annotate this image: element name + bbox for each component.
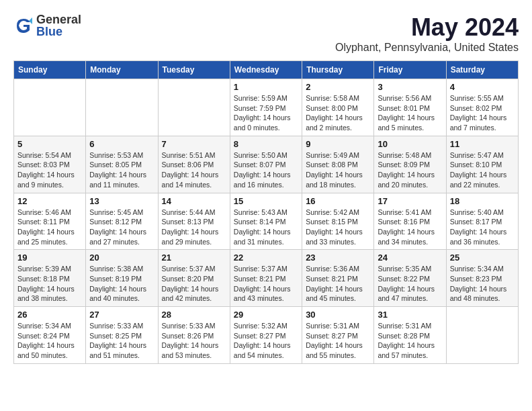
calendar-cell: 16Sunrise: 5:42 AM Sunset: 8:15 PM Dayli… [302,193,374,250]
day-info: Sunrise: 5:31 AM Sunset: 8:28 PM Dayligh… [378,321,442,361]
calendar-cell: 1Sunrise: 5:59 AM Sunset: 7:59 PM Daylig… [230,79,302,136]
day-number: 6 [89,139,154,149]
day-info: Sunrise: 5:40 AM Sunset: 8:17 PM Dayligh… [450,208,515,247]
day-number: 31 [378,310,442,320]
calendar-cell: 18Sunrise: 5:40 AM Sunset: 8:17 PM Dayli… [446,193,518,250]
calendar-cell [14,79,86,136]
calendar-header-row: SundayMondayTuesdayWednesdayThursdayFrid… [14,61,519,79]
day-info: Sunrise: 5:43 AM Sunset: 8:14 PM Dayligh… [234,208,298,247]
calendar-week-3: 12Sunrise: 5:46 AM Sunset: 8:11 PM Dayli… [14,193,519,250]
calendar-cell: 14Sunrise: 5:44 AM Sunset: 8:13 PM Dayli… [158,193,230,250]
day-info: Sunrise: 5:33 AM Sunset: 8:26 PM Dayligh… [162,321,226,361]
calendar-cell: 15Sunrise: 5:43 AM Sunset: 8:14 PM Dayli… [230,193,302,250]
day-info: Sunrise: 5:35 AM Sunset: 8:22 PM Dayligh… [378,264,442,304]
day-info: Sunrise: 5:59 AM Sunset: 7:59 PM Dayligh… [234,93,298,133]
day-number: 1 [234,82,298,92]
header-saturday: Saturday [446,61,518,79]
day-info: Sunrise: 5:38 AM Sunset: 8:19 PM Dayligh… [89,264,154,304]
day-number: 17 [378,196,442,206]
day-number: 15 [234,196,298,206]
day-number: 30 [306,310,370,320]
day-info: Sunrise: 5:37 AM Sunset: 8:21 PM Dayligh… [234,264,298,304]
calendar-cell: 7Sunrise: 5:51 AM Sunset: 8:06 PM Daylig… [158,136,230,193]
day-info: Sunrise: 5:39 AM Sunset: 8:18 PM Dayligh… [17,264,82,304]
day-number: 4 [450,82,515,92]
day-number: 27 [89,310,154,320]
day-info: Sunrise: 5:45 AM Sunset: 8:12 PM Dayligh… [89,208,154,247]
day-info: Sunrise: 5:54 AM Sunset: 8:03 PM Dayligh… [17,150,82,190]
calendar-cell [86,79,158,136]
day-number: 18 [450,196,515,206]
day-number: 9 [306,139,370,149]
day-info: Sunrise: 5:56 AM Sunset: 8:01 PM Dayligh… [378,93,442,133]
day-info: Sunrise: 5:47 AM Sunset: 8:10 PM Dayligh… [450,150,515,190]
day-info: Sunrise: 5:34 AM Sunset: 8:24 PM Dayligh… [17,321,82,361]
calendar-cell: 30Sunrise: 5:31 AM Sunset: 8:27 PM Dayli… [302,307,374,364]
day-info: Sunrise: 5:41 AM Sunset: 8:16 PM Dayligh… [378,208,442,247]
day-info: Sunrise: 5:34 AM Sunset: 8:23 PM Dayligh… [450,264,515,304]
day-info: Sunrise: 5:31 AM Sunset: 8:27 PM Dayligh… [306,321,370,361]
calendar-cell: 24Sunrise: 5:35 AM Sunset: 8:22 PM Dayli… [374,250,446,307]
day-number: 13 [89,196,154,206]
calendar-cell: 19Sunrise: 5:39 AM Sunset: 8:18 PM Dayli… [14,250,86,307]
calendar-cell: 28Sunrise: 5:33 AM Sunset: 8:26 PM Dayli… [158,307,230,364]
month-title: May 2024 [335,13,519,42]
calendar-week-4: 19Sunrise: 5:39 AM Sunset: 8:18 PM Dayli… [14,250,519,307]
calendar-cell: 11Sunrise: 5:47 AM Sunset: 8:10 PM Dayli… [446,136,518,193]
header-wednesday: Wednesday [230,61,302,79]
day-number: 25 [450,253,515,263]
calendar-cell: 26Sunrise: 5:34 AM Sunset: 8:24 PM Dayli… [14,307,86,364]
calendar-table: SundayMondayTuesdayWednesdayThursdayFrid… [13,60,519,364]
day-info: Sunrise: 5:37 AM Sunset: 8:20 PM Dayligh… [162,264,226,304]
day-number: 10 [378,139,442,149]
calendar-cell [158,79,230,136]
day-number: 24 [378,253,442,263]
day-number: 5 [17,139,82,149]
calendar-cell: 2Sunrise: 5:58 AM Sunset: 8:00 PM Daylig… [302,79,374,136]
day-number: 16 [306,196,370,206]
day-number: 23 [306,253,370,263]
day-number: 21 [162,253,226,263]
day-number: 14 [162,196,226,206]
day-info: Sunrise: 5:49 AM Sunset: 8:08 PM Dayligh… [306,150,370,190]
day-number: 12 [17,196,82,206]
day-number: 20 [89,253,154,263]
calendar-cell: 8Sunrise: 5:50 AM Sunset: 8:07 PM Daylig… [230,136,302,193]
calendar-cell: 12Sunrise: 5:46 AM Sunset: 8:11 PM Dayli… [14,193,86,250]
calendar-cell: 21Sunrise: 5:37 AM Sunset: 8:20 PM Dayli… [158,250,230,307]
page-header: General Blue May 2024 Olyphant, Pennsylv… [13,13,519,54]
logo-general-label: General [36,13,81,26]
day-info: Sunrise: 5:51 AM Sunset: 8:06 PM Dayligh… [162,150,226,190]
calendar-cell: 29Sunrise: 5:32 AM Sunset: 8:27 PM Dayli… [230,307,302,364]
logo: General Blue [13,13,81,38]
calendar-cell: 3Sunrise: 5:56 AM Sunset: 8:01 PM Daylig… [374,79,446,136]
calendar-week-1: 1Sunrise: 5:59 AM Sunset: 7:59 PM Daylig… [14,79,519,136]
day-info: Sunrise: 5:33 AM Sunset: 8:25 PM Dayligh… [89,321,154,361]
day-number: 28 [162,310,226,320]
calendar-cell: 31Sunrise: 5:31 AM Sunset: 8:28 PM Dayli… [374,307,446,364]
logo-blue-label: Blue [36,26,81,38]
calendar-cell: 27Sunrise: 5:33 AM Sunset: 8:25 PM Dayli… [86,307,158,364]
logo-text: General Blue [36,13,81,38]
calendar-cell: 20Sunrise: 5:38 AM Sunset: 8:19 PM Dayli… [86,250,158,307]
day-number: 7 [162,139,226,149]
calendar-week-5: 26Sunrise: 5:34 AM Sunset: 8:24 PM Dayli… [14,307,519,364]
day-number: 22 [234,253,298,263]
calendar-cell: 17Sunrise: 5:41 AM Sunset: 8:16 PM Dayli… [374,193,446,250]
day-info: Sunrise: 5:53 AM Sunset: 8:05 PM Dayligh… [89,150,154,190]
calendar-cell: 5Sunrise: 5:54 AM Sunset: 8:03 PM Daylig… [14,136,86,193]
day-number: 11 [450,139,515,149]
header-friday: Friday [374,61,446,79]
header-monday: Monday [86,61,158,79]
calendar-cell: 9Sunrise: 5:49 AM Sunset: 8:08 PM Daylig… [302,136,374,193]
header-tuesday: Tuesday [158,61,230,79]
day-number: 29 [234,310,298,320]
header-sunday: Sunday [14,61,86,79]
day-info: Sunrise: 5:48 AM Sunset: 8:09 PM Dayligh… [378,150,442,190]
day-number: 2 [306,82,370,92]
logo-icon [13,15,34,36]
calendar-cell: 22Sunrise: 5:37 AM Sunset: 8:21 PM Dayli… [230,250,302,307]
day-number: 3 [378,82,442,92]
day-info: Sunrise: 5:42 AM Sunset: 8:15 PM Dayligh… [306,208,370,247]
calendar-cell: 25Sunrise: 5:34 AM Sunset: 8:23 PM Dayli… [446,250,518,307]
